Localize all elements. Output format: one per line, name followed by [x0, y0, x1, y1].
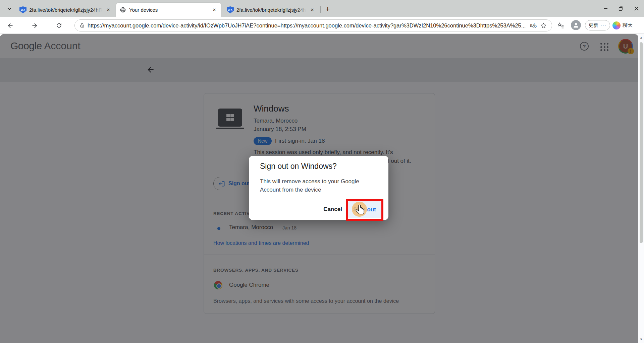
tab-2fa-2[interactable]: 2FA 2fa.live/tok/briqetekrlgllzjsjy24hf7… [223, 3, 319, 17]
tab-close-icon[interactable]: ✕ [309, 6, 316, 14]
forward-icon [31, 22, 38, 29]
restore-button[interactable] [613, 0, 629, 17]
close-icon [634, 6, 639, 11]
scrollbar-thumb[interactable] [640, 42, 643, 243]
person-icon [573, 22, 579, 28]
minimize-button[interactable] [598, 0, 613, 17]
browser-window: 2FA 2fa.live/tok/briqetekrlgllzjsjy24hf7… [0, 0, 644, 343]
tab-title: 2fa.live/tok/briqetekrlgllzjsjy24hf7f [236, 7, 306, 13]
chevron-down-icon [7, 6, 12, 11]
minimize-icon [603, 6, 608, 11]
restore-icon [619, 6, 623, 11]
copilot-chat-button[interactable]: 聊天 [612, 20, 633, 30]
tab-separator [320, 6, 321, 13]
window-controls [598, 0, 644, 17]
tab-search-button[interactable] [3, 3, 15, 14]
favorites-hub-icon[interactable] [555, 20, 566, 31]
tab-title: Your devices [129, 7, 208, 13]
back-button[interactable] [5, 20, 15, 31]
chat-label: 聊天 [623, 22, 633, 28]
browser-menu-button[interactable]: 更新 ··· [585, 20, 610, 30]
2fa-favicon: 2FA [19, 6, 26, 13]
new-tab-button[interactable]: + [323, 4, 333, 14]
favorite-star-icon[interactable] [538, 20, 548, 30]
url-text: https://myaccount.google.com/device-acti… [88, 22, 528, 29]
tab-close-icon[interactable]: ✕ [105, 6, 112, 14]
forward-button[interactable] [29, 20, 40, 31]
dialog-title: Sign out on Windows? [260, 162, 337, 171]
copilot-icon [612, 21, 621, 29]
tab-bar: 2FA 2fa.live/tok/briqetekrlgllzjsjy24hf7… [0, 0, 644, 17]
close-window-button[interactable] [629, 0, 644, 17]
more-menu-icon: ··· [600, 22, 606, 28]
scroll-up-icon[interactable]: ▲ [638, 35, 644, 40]
back-icon [7, 22, 14, 29]
hand-cursor-icon [355, 204, 366, 217]
dialog-body: This will remove access to your Google A… [260, 177, 378, 194]
tab-close-icon[interactable]: ✕ [211, 6, 218, 14]
address-bar[interactable]: https://myaccount.google.com/device-acti… [74, 19, 552, 31]
tab-title: 2fa.live/tok/briqetekrlgllzjsjy24hf7f [29, 7, 102, 13]
tab-your-devices[interactable]: Your devices ✕ [116, 3, 221, 17]
globe-favicon [119, 6, 126, 13]
refresh-button[interactable] [54, 20, 64, 31]
lock-icon [79, 23, 85, 28]
refresh-icon [56, 22, 62, 29]
update-label: 更新 [589, 22, 598, 28]
page-scrollbar[interactable]: ▲ ▼ [638, 33, 644, 343]
tab-2fa-1[interactable]: 2FA 2fa.live/tok/briqetekrlgllzjsjy24hf7… [16, 3, 115, 17]
browser-toolbar: https://myaccount.google.com/device-acti… [0, 17, 644, 33]
translate-icon[interactable]: aあ [528, 20, 538, 30]
browser-profile-avatar[interactable] [571, 20, 581, 30]
scroll-down-icon[interactable]: ▼ [638, 336, 644, 342]
cancel-button[interactable]: Cancel [319, 201, 347, 218]
2fa-favicon: 2FA [227, 6, 234, 13]
